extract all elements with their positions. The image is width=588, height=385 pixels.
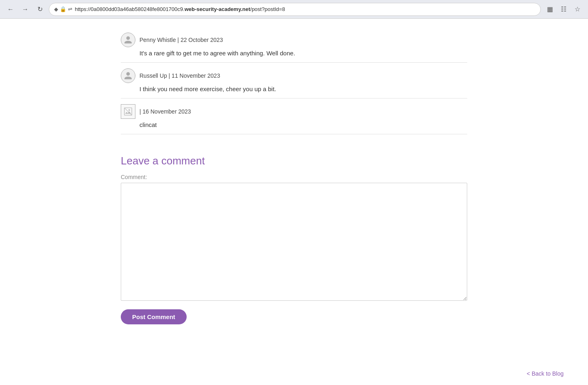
forward-button[interactable]: → <box>20 4 31 15</box>
url-path: /post?postId=8 <box>250 6 285 12</box>
leave-comment-section: Leave a comment Comment: Post Comment <box>121 155 467 324</box>
page-content: Penny Whistle | 22 October 2023 It's a r… <box>111 19 477 349</box>
leave-comment-title: Leave a comment <box>121 155 467 167</box>
comment-header: | 16 November 2023 <box>121 104 467 119</box>
url-text: https://0a0800dd03a46ab580248fe8001700c9… <box>75 6 536 12</box>
comment-author-date: | 16 November 2023 <box>139 108 191 115</box>
post-comment-button[interactable]: Post Comment <box>121 309 187 324</box>
comment-textarea[interactable] <box>121 183 467 301</box>
shield-icon: ◆ <box>54 6 58 12</box>
address-bar[interactable]: ◆ 🔒 ⇌ https://0a0800dd03a46ab580248fe800… <box>49 3 541 16</box>
comment-author-date: Russell Up | 11 November 2023 <box>139 72 220 79</box>
broken-avatar <box>121 104 135 119</box>
comment-header: Penny Whistle | 22 October 2023 <box>121 33 467 47</box>
comment-item: | 16 November 2023 clincat <box>121 98 467 134</box>
comment-body: I think you need more exercise, cheer yo… <box>139 85 467 92</box>
lock-icon: 🔒 <box>60 6 66 12</box>
reader-button[interactable]: ☷ <box>558 4 569 15</box>
svg-point-1 <box>128 109 130 111</box>
url-prefix: https://0a0800dd03a46ab580248fe8001700c9… <box>75 6 185 12</box>
comment-header: Russell Up | 11 November 2023 <box>121 68 467 83</box>
comment-body: clincat <box>139 121 467 128</box>
qr-button[interactable]: ▦ <box>544 4 555 15</box>
back-button[interactable]: ← <box>5 4 16 15</box>
bookmark-button[interactable]: ☆ <box>572 4 583 15</box>
browser-actions: ▦ ☷ ☆ <box>544 4 583 15</box>
comment-item: Russell Up | 11 November 2023 I think yo… <box>121 63 467 98</box>
avatar <box>121 68 135 83</box>
url-domain: web-security-academy.net <box>185 6 250 12</box>
comment-label: Comment: <box>121 174 467 180</box>
reload-button[interactable]: ↻ <box>34 4 46 15</box>
comments-list: Penny Whistle | 22 October 2023 It's a r… <box>121 27 467 142</box>
comment-author-date: Penny Whistle | 22 October 2023 <box>139 37 223 43</box>
comment-item: Penny Whistle | 22 October 2023 It's a r… <box>121 27 467 63</box>
svg-line-2 <box>124 108 132 115</box>
security-icons: ◆ 🔒 ⇌ <box>54 6 72 12</box>
comment-body: It's a rare gift to get me to agree with… <box>139 50 467 57</box>
network-icon: ⇌ <box>68 6 72 12</box>
browser-chrome: ← → ↻ ◆ 🔒 ⇌ https://0a0800dd03a46ab58024… <box>0 0 588 19</box>
avatar <box>121 33 135 47</box>
